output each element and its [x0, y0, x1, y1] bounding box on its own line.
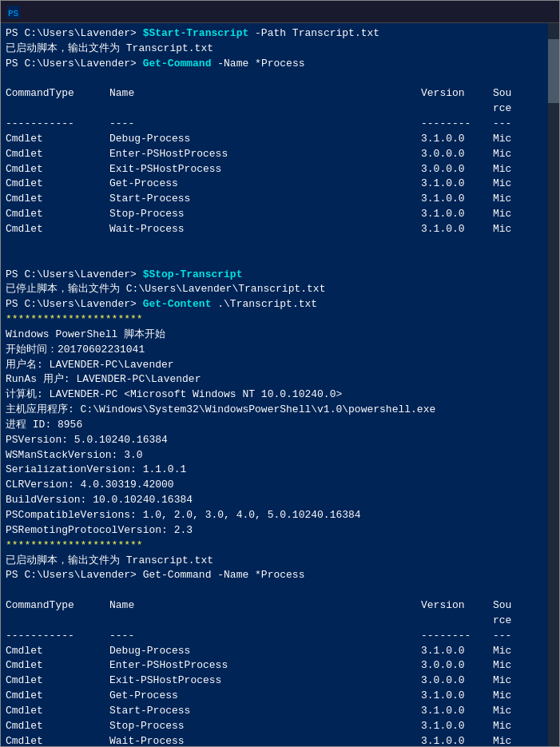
terminal-line: CmdletStart-Process3.1.0.0Mic: [6, 192, 543, 207]
terminal-line: [6, 237, 543, 252]
scroll-thumb[interactable]: [548, 39, 559, 103]
terminal-line: PSRemotingProtocolVersion: 2.3: [6, 523, 543, 538]
terminal-line: PS C:\Users\Lavender> Get-Command -Name …: [6, 57, 543, 72]
terminal-line: PS C:\Users\Lavender> Get-Content .\Tran…: [6, 297, 543, 312]
terminal-line: PS C:\Users\Lavender> $Start-Transcript …: [6, 26, 543, 42]
terminal-line: CmdletGet-Process3.1.0.0Mic: [6, 689, 543, 704]
terminal-line: CmdletDebug-Process3.1.0.0Mic: [6, 132, 543, 147]
terminal-line: [6, 252, 543, 268]
terminal-line: WSManStackVersion: 3.0: [6, 448, 543, 463]
terminal-line: CmdletEnter-PSHostProcess3.0.0.0Mic: [6, 147, 543, 162]
terminal-line: --------------------------: [6, 629, 543, 644]
terminal-line: PSCompatibleVersions: 1.0, 2.0, 3.0, 4.0…: [6, 508, 543, 523]
terminal-line: 已停止脚本，输出文件为 C:\Users\Lavender\Transcript…: [6, 282, 543, 297]
terminal-line: **********************: [6, 538, 543, 554]
terminal-line: PS C:\Users\Lavender> $Stop-Transcript: [6, 268, 543, 283]
terminal-line: CommandTypeNameVersionSou rce: [6, 86, 543, 117]
terminal-line: CmdletExit-PSHostProcess3.0.0.0Mic: [6, 162, 543, 177]
terminal-line: CmdletEnter-PSHostProcess3.0.0.0Mic: [6, 658, 543, 673]
terminal-line: 已启动脚本，输出文件为 Transcript.txt: [6, 554, 543, 569]
terminal-line: 主机应用程序: C:\Windows\System32\WindowsPower…: [6, 403, 543, 418]
terminal-line: PSVersion: 5.0.10240.16384: [6, 433, 543, 448]
terminal-line: Windows PowerShell 脚本开始: [6, 328, 543, 343]
powershell-icon: PS: [7, 6, 20, 18]
terminal-line: 已启动脚本，输出文件为 Transcript.txt: [6, 42, 543, 57]
svg-text:PS: PS: [8, 9, 19, 18]
terminal-line: 用户名: LAVENDER-PC\Lavender: [6, 358, 543, 373]
terminal-line: CmdletWait-Process3.1.0.0Mic: [6, 222, 543, 237]
terminal-line: SerializationVersion: 1.1.0.1: [6, 463, 543, 478]
terminal-line: 开始时间：20170602231041: [6, 343, 543, 358]
title-bar: PS: [1, 1, 559, 23]
terminal-line: CmdletWait-Process3.1.0.0Mic: [6, 734, 543, 746]
terminal-line: --------------------------: [6, 117, 543, 132]
minimize-button[interactable]: [487, 4, 508, 20]
terminal-line: CLRVersion: 4.0.30319.42000: [6, 478, 543, 493]
terminal-line: RunAs 用户: LAVENDER-PC\Lavender: [6, 372, 543, 387]
terminal-line: CmdletStart-Process3.1.0.0Mic: [6, 704, 543, 719]
close-button[interactable]: [532, 4, 553, 20]
terminal-line: 进程 ID: 8956: [6, 418, 543, 433]
terminal-output[interactable]: PS C:\Users\Lavender> $Start-Transcript …: [1, 23, 548, 746]
terminal-line: CommandTypeNameVersionSou rce: [6, 598, 543, 629]
terminal-line: PS C:\Users\Lavender> Get-Command -Name …: [6, 568, 543, 583]
terminal-line: CmdletStop-Process3.1.0.0Mic: [6, 719, 543, 734]
terminal-line: [6, 72, 543, 87]
scrollbar[interactable]: [548, 23, 559, 746]
terminal-line: CmdletStop-Process3.1.0.0Mic: [6, 207, 543, 222]
terminal-line: **********************: [6, 312, 543, 328]
window-controls: [487, 4, 553, 20]
content-wrapper: PS C:\Users\Lavender> $Start-Transcript …: [1, 23, 559, 746]
terminal-line: CmdletExit-PSHostProcess3.0.0.0Mic: [6, 673, 543, 689]
title-bar-left: PS: [7, 6, 25, 18]
terminal-line: 计算机: LAVENDER-PC <Microsoft Windows NT 1…: [6, 387, 543, 403]
terminal-line: CmdletGet-Process3.1.0.0Mic: [6, 177, 543, 192]
powershell-window: PS PS C:\Users\Lavender> $Start-Transcri…: [0, 0, 560, 747]
maximize-button[interactable]: [510, 4, 530, 20]
terminal-line: BuildVersion: 10.0.10240.16384: [6, 493, 543, 508]
terminal-line: [6, 583, 543, 598]
terminal-line: CmdletDebug-Process3.1.0.0Mic: [6, 644, 543, 659]
